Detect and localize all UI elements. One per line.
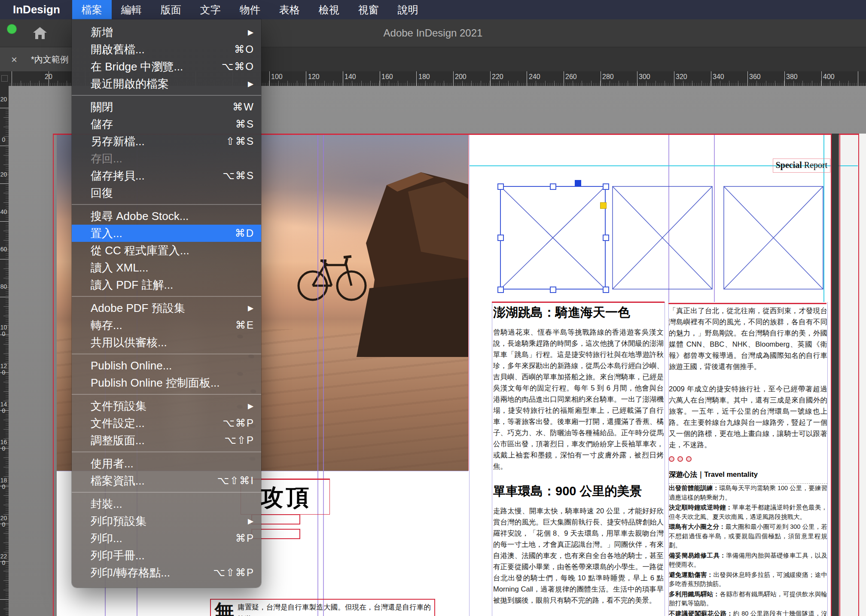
ruler-label: 80	[0, 284, 7, 290]
ruler-label: 0	[0, 137, 7, 143]
selection-handle[interactable]	[497, 287, 504, 293]
section-dots	[669, 456, 827, 462]
file-menu-item[interactable]: 另存新檔...⇧⌘S	[72, 133, 261, 150]
menu-item-label: 列印預設集	[91, 514, 248, 529]
file-menu-item[interactable]: 最近開啟的檔案▶	[72, 75, 261, 92]
menubar-item-表格[interactable]: 表格	[270, 0, 309, 19]
selection-handle[interactable]	[550, 183, 556, 190]
tab-label: *內文範例	[31, 54, 69, 65]
menu-item-label: 轉存...	[91, 318, 235, 333]
ruler-label: 360	[749, 73, 761, 81]
menubar-item-檔案[interactable]: 檔案	[72, 0, 112, 19]
file-menu-item[interactable]: Adobe PDF 預設集▶	[72, 299, 261, 317]
tips-title: 深遊心法｜Travel mentality	[669, 469, 827, 484]
file-menu-item[interactable]: 置入...⌘D	[72, 225, 261, 242]
bar-frame-edge-right	[839, 134, 840, 616]
special-report-frame[interactable]: Special Report	[773, 159, 830, 173]
ruler-label: 120	[0, 363, 7, 376]
file-menu-item[interactable]: 儲存⌘S	[72, 116, 261, 133]
intro-text-frame[interactable]: 無 庸置疑，台灣是自行車製造大國。但現在，台灣還是自行車的旅遊 大國。連全球盛名…	[210, 599, 435, 616]
menu-item-label: 讀入 PDF 註解...	[91, 278, 254, 293]
headline-penghu: 澎湖跳島：騎進海天一色	[493, 304, 664, 321]
menu-item-label: 回復	[91, 186, 254, 201]
text-frame-column1[interactable]: 澎湖跳島：騎進海天一色 曾騎過花東、恆春半島等挑戰路線的香港遊客吳漢文說，長途騎…	[493, 304, 664, 616]
menubar-item-說明[interactable]: 說明	[388, 0, 428, 19]
ruler-label: 100	[0, 324, 7, 337]
file-menu-item[interactable]: 列印...⌘P	[72, 530, 261, 547]
menu-item-label: Publish Online...	[91, 359, 254, 372]
corner-options-widget[interactable]	[600, 202, 607, 209]
file-menu-item[interactable]: 調整版面...⌥⇧P	[72, 432, 261, 449]
menubar-item-編輯[interactable]: 編輯	[112, 0, 151, 19]
frame-anchor-handle[interactable]	[575, 180, 581, 186]
ruler-label: 400	[823, 73, 835, 81]
file-menu-item[interactable]: 新增▶	[72, 24, 261, 41]
text-frame-edge	[827, 302, 828, 616]
selection-handle[interactable]	[497, 183, 504, 190]
file-menu-item[interactable]: 開啟舊檔...⌘O	[72, 41, 261, 58]
selection-handle[interactable]	[603, 287, 609, 293]
menubar-item-物件[interactable]: 物件	[230, 0, 270, 19]
file-menu-item[interactable]: 讀入 PDF 註解...	[72, 276, 261, 293]
text-frame-column2[interactable]: 「真正出了台北，從北往南，從西到東，才發現台灣島嶼裡有不同的風光，不同的族群，各…	[669, 305, 827, 616]
file-menu-item[interactable]: 關閉⌘W	[72, 98, 261, 116]
bicycle-silhouette	[296, 239, 368, 312]
selection-handle[interactable]	[603, 235, 609, 241]
file-menu-item[interactable]: 封裝...	[72, 495, 261, 512]
ruler-label: 280	[602, 73, 614, 81]
file-menu-item[interactable]: 列印手冊...	[72, 547, 261, 564]
tip-item: 環島有大小圈之分：最大圈和最小圈可差到 300 公里，若不想錯過恆春半島，或要親…	[669, 522, 827, 550]
column-guide	[317, 134, 318, 616]
menu-item-label: 在 Bridge 中瀏覽...	[91, 59, 222, 74]
menu-item-label: 從 CC 程式庫置入...	[91, 243, 254, 258]
file-menu-item[interactable]: Publish Online 控制面板...	[72, 374, 261, 391]
graphic-frame[interactable]	[723, 186, 823, 290]
menu-item-label: 文件設定...	[91, 416, 223, 431]
bleed-area-right	[840, 134, 866, 616]
file-menu-item[interactable]: 在 Bridge 中瀏覽...⌥⌘O	[72, 58, 261, 75]
file-menu-item[interactable]: 共用以供審核...	[72, 334, 261, 351]
file-menu-item[interactable]: 回復	[72, 184, 261, 201]
ruler-label: 160	[0, 439, 7, 452]
menu-item-label: 開啟舊檔...	[91, 42, 234, 57]
file-menu-item[interactable]: 文件設定...⌥⌘P	[72, 415, 261, 432]
file-menu-item[interactable]: 檔案資訊...⌥⇧⌘I	[72, 472, 261, 489]
file-menu-item[interactable]: 轉存...⌘E	[72, 317, 261, 334]
graphic-frame[interactable]	[612, 186, 713, 290]
menu-item-shortcut: ⇧⌘S	[226, 135, 254, 147]
menu-item-label: 文件預設集	[91, 399, 248, 414]
ruler-origin-box[interactable]	[0, 71, 9, 86]
menubar-item-版面[interactable]: 版面	[151, 0, 191, 19]
file-menu-item[interactable]: 讀入 XML...	[72, 259, 261, 276]
menu-separator	[72, 492, 261, 493]
file-menu-item[interactable]: Publish Online...	[72, 357, 261, 374]
app-window: Special Report 澎湖跳島：騎進海天一色 曾騎過花東、恆春半島等挑戰…	[0, 0, 866, 616]
file-menu-item[interactable]: 文件預設集▶	[72, 397, 261, 415]
menubar-item-視窗[interactable]: 視窗	[349, 0, 388, 19]
sidebar-design-bar[interactable]	[832, 134, 839, 616]
file-menu-item[interactable]: 列印/轉存格點...⌥⇧⌘P	[72, 564, 261, 581]
file-menu-item[interactable]: 從 CC 程式庫置入...	[72, 242, 261, 259]
menu-item-label: 共用以供審核...	[91, 335, 254, 350]
vertical-ruler[interactable]: 20020406080100120140160180200220	[0, 86, 9, 616]
file-menu-item[interactable]: 儲存拷貝...⌥⌘S	[72, 167, 261, 184]
file-menu-item[interactable]: 搜尋 Adobe Stock...	[72, 207, 261, 225]
menubar-item-檢視[interactable]: 檢視	[309, 0, 349, 19]
body-paragraph: 「真正出了台北，從北往南，從西到東，才發現台灣島嶼裡有不同的風光，不同的族群，各…	[669, 305, 827, 372]
ruler-label: 240	[529, 73, 540, 81]
file-menu-item[interactable]: 列印預設集▶	[72, 512, 261, 530]
menubar-item-文字[interactable]: 文字	[191, 0, 230, 19]
graphic-frame-selected[interactable]	[500, 186, 606, 290]
ruler-label: 220	[492, 73, 503, 81]
ruler-label: 180	[0, 477, 7, 490]
selection-handle[interactable]	[497, 235, 504, 241]
menu-item-label: 調整版面...	[91, 433, 224, 448]
bar-frame-edge-left	[831, 134, 832, 616]
ruler-label: 140	[345, 73, 356, 81]
selection-handle[interactable]	[603, 183, 609, 190]
body-paragraph: 曾騎過花東、恆春半島等挑戰路線的香港遊客吳漢文說，長途騎乘趕路的時間多，這次他挑…	[493, 326, 664, 472]
submenu-arrow-icon: ▶	[248, 517, 253, 526]
tab-close-icon[interactable]: ×	[11, 54, 17, 66]
file-menu-item[interactable]: 使用者...	[72, 455, 261, 472]
selection-handle[interactable]	[550, 287, 556, 293]
